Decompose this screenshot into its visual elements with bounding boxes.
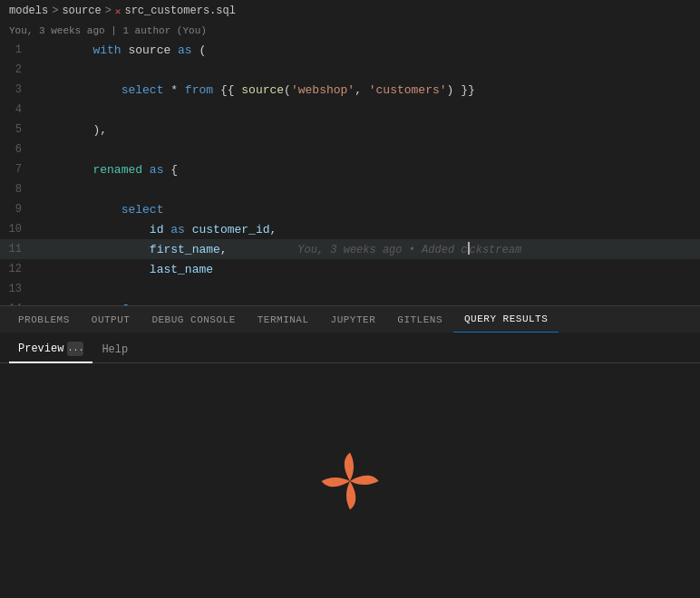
tab-gitlens[interactable]: GITLENS — [386, 306, 453, 333]
breadcrumb-source[interactable]: source — [62, 5, 101, 17]
file-close-icon: ✕ — [115, 5, 122, 17]
code-line-14: 14 from source — [0, 299, 700, 305]
panel-container: Preview ... Help — [0, 333, 700, 598]
tab-query-results[interactable]: QUERY RESULTS — [453, 306, 559, 333]
panel-body — [0, 363, 700, 598]
tab-terminal[interactable]: TERMINAL — [247, 306, 320, 333]
panel-tab-preview[interactable]: Preview ... — [9, 336, 92, 363]
preview-dots[interactable]: ... — [67, 342, 83, 356]
line-num-12: 12 — [0, 263, 33, 275]
breadcrumb-sep1: > — [52, 5, 58, 17]
line-num-5: 5 — [0, 123, 33, 136]
panel-tab-bar: PROBLEMS OUTPUT DEBUG CONSOLE TERMINAL J… — [0, 305, 700, 333]
line-num-9: 9 — [0, 203, 33, 216]
panel-tab-help[interactable]: Help — [92, 336, 137, 363]
line-num-13: 13 — [0, 283, 33, 295]
dots-label: ... — [67, 343, 83, 353]
preview-label: Preview — [18, 342, 63, 355]
code-line-7: 7 renamed as { — [0, 159, 700, 179]
ninja-star-icon — [318, 449, 382, 513]
tab-output[interactable]: OUTPUT — [81, 306, 141, 333]
line-num-14: 14 — [0, 303, 33, 305]
panel-subtabs: Preview ... Help — [0, 333, 700, 363]
breadcrumb-models[interactable]: models — [9, 5, 48, 17]
git-blame-bar: You, 3 weeks ago | 1 author (You) — [0, 22, 700, 40]
code-line-12: 12 last_name — [0, 259, 700, 279]
line-num-7: 7 — [0, 163, 33, 176]
app-container: models > source > ✕ src_customers.sql Yo… — [0, 0, 700, 598]
line-num-6: 6 — [0, 143, 33, 156]
tab-debug-console[interactable]: DEBUG CONSOLE — [141, 306, 246, 333]
line-num-11: 11 — [0, 243, 33, 256]
git-blame-text: You, 3 weeks ago | 1 author (You) — [9, 25, 207, 36]
code-content-14[interactable]: from source — [33, 289, 700, 306]
code-line-3: 3 select * from {{ source('webshop', 'cu… — [0, 80, 700, 100]
breadcrumb-sep2: > — [105, 5, 112, 17]
tab-problems[interactable]: PROBLEMS — [7, 306, 81, 333]
breadcrumb-filename[interactable]: src_customers.sql — [124, 5, 235, 17]
line-num-10: 10 — [0, 223, 33, 236]
tab-jupyter[interactable]: JUPYTER — [320, 306, 387, 333]
help-label: Help — [102, 343, 128, 356]
code-line-5: 5 ), — [0, 120, 700, 140]
line-num-2: 2 — [0, 63, 33, 76]
code-editor: 1 with source as ( 2 3 select * from {{ … — [0, 40, 700, 305]
line-num-4: 4 — [0, 103, 33, 116]
breadcrumb: models > source > ✕ src_customers.sql — [0, 0, 700, 22]
line-num-3: 3 — [0, 83, 33, 96]
line-num-1: 1 — [0, 43, 33, 56]
code-line-1: 1 with source as ( — [0, 40, 700, 60]
line-num-8: 8 — [0, 183, 33, 196]
